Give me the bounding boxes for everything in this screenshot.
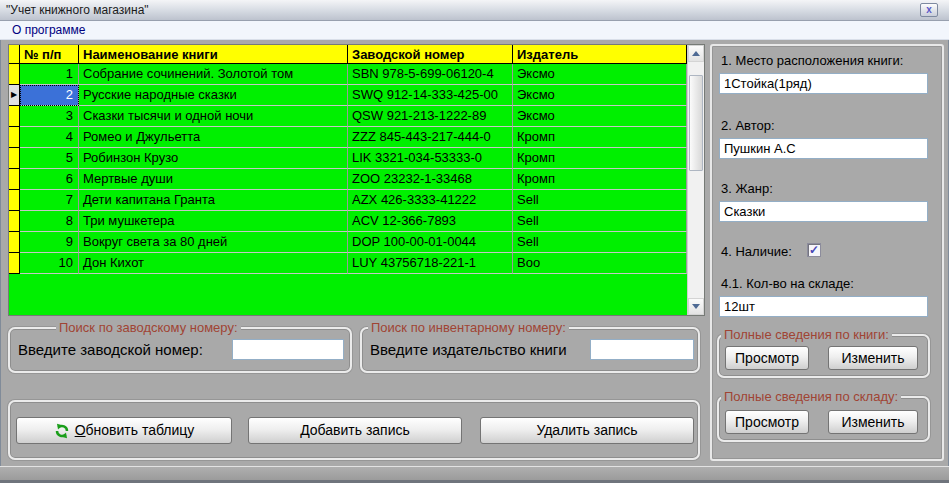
cell-publisher[interactable]: Sell — [513, 211, 687, 232]
availability-label: 4. Наличие: — [721, 244, 792, 259]
scrollbar-thumb[interactable] — [689, 75, 703, 171]
table-row[interactable]: 3Сказки тысячи и одной ночиQSW 921-213-1… — [9, 106, 687, 127]
cell-serial[interactable]: ZZZ 845-443-217-444-0 — [348, 127, 513, 148]
book-details-group-title: Полные сведения по книги: — [721, 327, 892, 342]
cell-serial[interactable]: LUY 43756718-221-1 — [348, 253, 513, 274]
availability-checkbox[interactable]: ✓ — [807, 243, 821, 257]
search-inventory-group-title: Поиск по инвентарному номеру: — [368, 320, 569, 335]
delete-record-button[interactable]: Удалить запись — [480, 417, 694, 444]
stock-edit-button[interactable]: Изменить — [828, 410, 918, 434]
refresh-table-button[interactable]: Обновить таблицу — [16, 417, 232, 444]
stock-input[interactable] — [719, 296, 928, 317]
author-input[interactable] — [719, 138, 928, 159]
close-button[interactable]: x — [920, 3, 938, 17]
search-serial-input[interactable] — [232, 339, 344, 360]
location-input[interactable] — [719, 73, 928, 94]
details-panel: 1. Место расположения книги: 2. Автор: 3… — [710, 44, 944, 461]
cell-serial[interactable]: ACV 12-366-7893 — [348, 211, 513, 232]
table-row[interactable]: 6Мертвые душиZOO 23232-1-33468Кромп — [9, 169, 687, 190]
menu-item-about[interactable]: О программе — [8, 23, 89, 37]
cell-serial[interactable]: AZX 426-3333-41222 — [348, 190, 513, 211]
cell-num[interactable]: 7 — [20, 190, 79, 211]
cell-publisher[interactable]: Кромп — [513, 127, 687, 148]
header-publisher[interactable]: Издатель — [513, 45, 687, 64]
table-row[interactable]: 10Дон КихотLUY 43756718-221-1Boo — [9, 253, 687, 274]
row-indicator — [9, 190, 20, 211]
window-bottom-frame — [0, 466, 949, 483]
table-row[interactable]: 1Собрание сочинений. Золотой томSBN 978-… — [9, 64, 687, 85]
table-row[interactable]: 9Вокруг света за 80 днейDOP 100-00-01-00… — [9, 232, 687, 253]
row-indicator — [9, 253, 20, 274]
search-inventory-group: Поиск по инвентарному номеру: Введите из… — [360, 327, 700, 373]
scroll-down-arrow[interactable] — [688, 298, 704, 315]
actions-panel: Обновить таблицу Добавить запись Удалить… — [8, 400, 700, 460]
header-indicator-cell — [9, 45, 20, 64]
cell-name[interactable]: Дон Кихот — [79, 253, 348, 274]
search-inventory-label: Введите издательство книги — [370, 341, 567, 358]
window-title: "Учет книжного магазина" — [6, 3, 149, 17]
cell-num[interactable]: 6 — [20, 169, 79, 190]
menu-bar: О программе — [0, 21, 949, 40]
header-serial[interactable]: Заводской номер — [348, 45, 513, 64]
table-header-row: № п/п Наименование книги Заводской номер… — [9, 45, 687, 64]
cell-num[interactable]: 8 — [20, 211, 79, 232]
current-row-indicator-icon: ▶ — [9, 85, 20, 106]
search-serial-group-title: Поиск по заводскому номеру: — [56, 320, 241, 335]
title-bar: "Учет книжного магазина" x — [0, 0, 949, 21]
cell-serial[interactable]: QSW 921-213-1222-89 — [348, 106, 513, 127]
cell-serial[interactable]: SWQ 912-14-333-425-00 — [348, 85, 513, 106]
cell-num[interactable]: 3 — [20, 106, 79, 127]
cell-serial[interactable]: ZOO 23232-1-33468 — [348, 169, 513, 190]
cell-name[interactable]: Три мушкетера — [79, 211, 348, 232]
cell-serial[interactable]: LIK 3321-034-53333-0 — [348, 148, 513, 169]
cell-publisher[interactable]: Sell — [513, 190, 687, 211]
cell-serial[interactable]: SBN 978-5-699-06120-4 — [348, 64, 513, 85]
cell-name[interactable]: Собрание сочинений. Золотой том — [79, 64, 348, 85]
book-edit-button[interactable]: Изменить — [828, 346, 918, 370]
cell-publisher[interactable]: Эксмо — [513, 106, 687, 127]
arrow-down-icon — [692, 304, 700, 309]
cell-name[interactable]: Мертвые души — [79, 169, 348, 190]
row-indicator — [9, 211, 20, 232]
cell-name[interactable]: Ромео и Джульетта — [79, 127, 348, 148]
table-row[interactable]: 7Дети капитана ГрантаAZX 426-3333-41222S… — [9, 190, 687, 211]
cell-publisher[interactable]: Эксмо — [513, 85, 687, 106]
cell-name[interactable]: Русские народные сказки — [79, 85, 348, 106]
cell-name[interactable]: Дети капитана Гранта — [79, 190, 348, 211]
row-indicator — [9, 148, 20, 169]
add-record-button[interactable]: Добавить запись — [248, 417, 462, 444]
table-row[interactable]: ▶2Русские народные сказкиSWQ 912-14-333-… — [9, 85, 687, 106]
cell-num[interactable]: 10 — [20, 253, 79, 274]
row-indicator — [9, 106, 20, 127]
header-name[interactable]: Наименование книги — [79, 45, 348, 64]
cell-publisher[interactable]: Sell — [513, 232, 687, 253]
cell-publisher[interactable]: Эксмо — [513, 64, 687, 85]
search-inventory-input[interactable] — [590, 339, 694, 360]
cell-serial[interactable]: DOP 100-00-01-0044 — [348, 232, 513, 253]
cell-name[interactable]: Сказки тысячи и одной ночи — [79, 106, 348, 127]
book-view-button[interactable]: Просмотр — [725, 346, 809, 370]
table-row[interactable]: 4Ромео и ДжульеттаZZZ 845-443-217-444-0К… — [9, 127, 687, 148]
stock-view-button[interactable]: Просмотр — [725, 410, 809, 434]
location-label: 1. Место расположения книги: — [721, 53, 903, 68]
cell-num[interactable]: 2 — [20, 85, 79, 106]
books-table: № п/п Наименование книги Заводской номер… — [8, 44, 705, 316]
cell-num[interactable]: 1 — [20, 64, 79, 85]
genre-label: 3. Жанр: — [721, 181, 773, 196]
arrow-up-icon — [692, 51, 700, 56]
cell-name[interactable]: Робинзон Крузо — [79, 148, 348, 169]
cell-num[interactable]: 5 — [20, 148, 79, 169]
table-row[interactable]: 8Три мушкетераACV 12-366-7893Sell — [9, 211, 687, 232]
cell-name[interactable]: Вокруг света за 80 дней — [79, 232, 348, 253]
genre-input[interactable] — [719, 201, 928, 222]
header-num[interactable]: № п/п — [20, 45, 79, 64]
cell-num[interactable]: 9 — [20, 232, 79, 253]
table-row[interactable]: 5Робинзон КрузоLIK 3321-034-53333-0Кромп — [9, 148, 687, 169]
cell-publisher[interactable]: Кромп — [513, 148, 687, 169]
table-scrollbar[interactable] — [687, 45, 704, 315]
scroll-up-arrow[interactable] — [688, 45, 704, 62]
row-indicator — [9, 232, 20, 253]
cell-publisher[interactable]: Кромп — [513, 169, 687, 190]
cell-publisher[interactable]: Boo — [513, 253, 687, 274]
cell-num[interactable]: 4 — [20, 127, 79, 148]
